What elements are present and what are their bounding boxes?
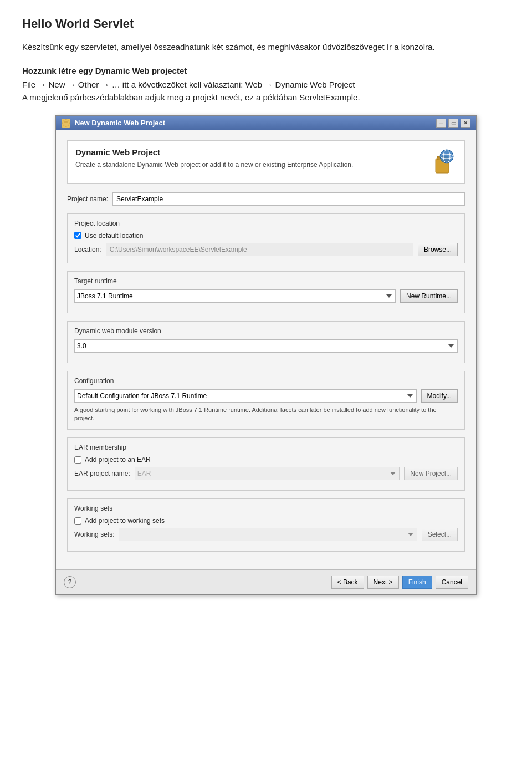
restore-button[interactable]: ▭ bbox=[448, 119, 458, 128]
ear-project-name-row: EAR project name: EAR New Project... bbox=[74, 467, 458, 480]
close-button[interactable]: ✕ bbox=[461, 119, 470, 128]
location-input[interactable] bbox=[106, 243, 413, 256]
add-to-working-sets-checkbox[interactable] bbox=[74, 517, 81, 525]
target-runtime-select[interactable]: JBoss 7.1 Runtime bbox=[74, 289, 396, 303]
working-sets-group: Working sets Add project to working sets… bbox=[67, 498, 465, 552]
configuration-desc: A good starting point for working with J… bbox=[74, 406, 458, 423]
ear-membership-group: EAR membership Add project to an EAR EAR… bbox=[67, 437, 465, 491]
select-button[interactable]: Select... bbox=[422, 528, 458, 541]
project-location-group: Project location Use default location Lo… bbox=[67, 213, 465, 263]
add-to-ear-checkbox[interactable] bbox=[74, 456, 81, 464]
use-default-checkbox[interactable] bbox=[74, 232, 81, 239]
add-to-ear-label: Add project to an EAR bbox=[85, 456, 151, 464]
working-sets-select-row: Working sets: Select... bbox=[74, 528, 458, 541]
project-name-label: Project name: bbox=[67, 195, 108, 203]
browse-button[interactable]: Browse... bbox=[418, 243, 458, 256]
footer-right: < Back Next > Finish Cancel bbox=[331, 576, 468, 589]
target-runtime-row: JBoss 7.1 Runtime New Runtime... bbox=[74, 289, 458, 303]
configuration-row: Default Configuration for JBoss 7.1 Runt… bbox=[74, 389, 458, 403]
module-version-row: 3.0 bbox=[74, 339, 458, 353]
project-name-group: Project name: bbox=[67, 192, 465, 206]
add-to-working-sets-label: Add project to working sets bbox=[85, 517, 165, 525]
module-version-group: Dynamic web module version 3.0 bbox=[67, 321, 465, 363]
project-name-input[interactable] bbox=[112, 192, 465, 206]
minimize-button[interactable]: ─ bbox=[436, 119, 446, 128]
module-version-label: Dynamic web module version bbox=[74, 327, 458, 335]
new-runtime-button[interactable]: New Runtime... bbox=[400, 289, 458, 303]
new-project-button[interactable]: New Project... bbox=[404, 467, 458, 480]
titlebar-controls: ─ ▭ ✕ bbox=[436, 119, 470, 128]
svg-point-1 bbox=[64, 121, 68, 123]
dialog-header: Dynamic Web Project Create a standalone … bbox=[67, 140, 465, 184]
location-row: Location: Browse... bbox=[74, 243, 458, 256]
header-icon bbox=[428, 147, 457, 176]
ear-project-name-select[interactable]: EAR bbox=[135, 467, 400, 480]
working-sets-select[interactable] bbox=[119, 528, 417, 541]
dialog-icon bbox=[62, 119, 70, 128]
add-to-working-sets-row: Add project to working sets bbox=[74, 517, 458, 525]
dialog-titlebar: New Dynamic Web Project ─ ▭ ✕ bbox=[56, 116, 476, 130]
finish-button[interactable]: Finish bbox=[402, 576, 432, 589]
next-button[interactable]: Next > bbox=[367, 576, 399, 589]
ear-membership-label: EAR membership bbox=[74, 444, 458, 451]
dialog-title: New Dynamic Web Project bbox=[75, 119, 165, 127]
configuration-select[interactable]: Default Configuration for JBoss 7.1 Runt… bbox=[74, 389, 417, 403]
section-title: Hozzunk létre egy Dynamic Web projectet bbox=[22, 66, 510, 75]
cancel-button[interactable]: Cancel bbox=[436, 576, 468, 589]
modify-button[interactable]: Modify... bbox=[421, 389, 458, 403]
header-title: Dynamic Web Project bbox=[75, 147, 421, 157]
configuration-group: Configuration Default Configuration for … bbox=[67, 371, 465, 430]
target-runtime-group: Target runtime JBoss 7.1 Runtime New Run… bbox=[67, 271, 465, 313]
ear-project-name-label: EAR project name: bbox=[74, 470, 130, 477]
help-button[interactable]: ? bbox=[64, 576, 76, 588]
breadcrumb: File → New → Other → … itt a következőke… bbox=[22, 80, 510, 89]
dialog-footer: ? < Back Next > Finish Cancel bbox=[56, 569, 476, 594]
titlebar-left: New Dynamic Web Project bbox=[62, 119, 165, 128]
header-desc: Create a standalone Dynamic Web project … bbox=[75, 160, 421, 170]
working-sets-label2: Working sets: bbox=[74, 531, 114, 538]
footer-left: ? bbox=[64, 576, 76, 588]
description-text: A megjelenő párbeszédablakban adjuk meg … bbox=[22, 93, 510, 102]
header-text: Dynamic Web Project Create a standalone … bbox=[75, 147, 421, 170]
dialog-body: Dynamic Web Project Create a standalone … bbox=[56, 130, 476, 570]
intro-text: Készítsünk egy szervletet, amellyel össz… bbox=[22, 41, 510, 54]
page-title: Hello World Servlet bbox=[22, 17, 510, 31]
working-sets-label: Working sets bbox=[74, 505, 458, 512]
use-default-label: Use default location bbox=[85, 232, 143, 240]
project-location-label: Project location bbox=[74, 220, 458, 227]
configuration-label: Configuration bbox=[74, 377, 458, 385]
dialog-window: New Dynamic Web Project ─ ▭ ✕ Dynamic We… bbox=[55, 115, 477, 595]
target-runtime-label: Target runtime bbox=[74, 277, 458, 285]
module-version-select[interactable]: 3.0 bbox=[74, 339, 458, 353]
add-to-ear-row: Add project to an EAR bbox=[74, 456, 458, 464]
location-label: Location: bbox=[74, 246, 101, 253]
use-default-location-row: Use default location bbox=[74, 232, 458, 240]
back-button[interactable]: < Back bbox=[331, 576, 364, 589]
project-name-row: Project name: bbox=[67, 192, 465, 206]
